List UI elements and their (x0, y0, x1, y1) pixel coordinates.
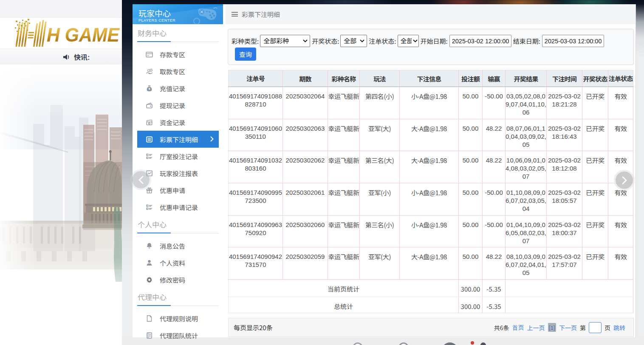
lottery-type-select-wrap: 全部彩种 (260, 35, 310, 47)
hamburger-icon[interactable] (232, 12, 238, 17)
person-icon (146, 259, 153, 266)
column-header: 投注额 (459, 70, 483, 87)
sidebar-item-label: 存款专区 (160, 50, 185, 59)
menu-section-divider (137, 42, 219, 42)
sidebar-item-厅室投注记录[interactable]: 厅室投注记录 (133, 148, 223, 165)
table-cell: 大-A盘@1.98 (400, 151, 459, 183)
money-bag-icon: ¥ (146, 85, 153, 92)
news-ticker-bar: 快讯: (0, 49, 122, 65)
table-cell: 401569174090963750920 (229, 215, 283, 247)
table-row: 40156917409108882871020250302064幸运飞艇新第四名… (229, 87, 633, 119)
table-cell: 已开奖 (582, 247, 608, 280)
end-date-input[interactable] (542, 35, 604, 47)
sidebar-item-个人资料[interactable]: 个人资料 (133, 254, 223, 271)
table-cell: 2025-03-02 18:12:08 (547, 151, 582, 183)
sidebar-item-彩票下注明细[interactable]: 彩票下注明细 (137, 131, 219, 148)
column-header: 玩法 (360, 70, 400, 87)
table-cell: 401569174090995723500 (229, 183, 283, 216)
filter-panel: 彩种类型: 全部彩种 开奖状态: 全部 注单状态: 全部 开始日期: 结束日期: (228, 29, 634, 65)
table-cell: -50.00 (483, 87, 506, 119)
table-cell: 幸运飞艇新 (328, 215, 360, 247)
table-cell: 401569174091060350110 (229, 119, 283, 151)
table-cell: 大-A盘@1.98 (400, 247, 459, 280)
content-toolbar: 彩票下注明细 (226, 4, 636, 24)
brand-logo[interactable]: H GAME (0, 18, 122, 49)
sidebar-item-label: 厅室投注记录 (160, 152, 198, 161)
table-header: 注单号期数彩种名称玩法下注信息投注额输赢开奖结果下注时间开奖状态注单状态 (229, 70, 633, 87)
sidebar-item-修改密码[interactable]: 修改密码 (133, 271, 223, 288)
prev-page-link[interactable]: 上一页 (527, 323, 545, 332)
order-status-select-wrap: 全部 (398, 35, 419, 47)
column-header: 下注时间 (547, 70, 582, 87)
gear-icon (146, 276, 153, 283)
chevron-left-icon (138, 176, 144, 184)
table-cell: 小-A盘@1.98 (400, 215, 459, 247)
next-page-link[interactable]: 下一页 (559, 323, 577, 332)
site-left-panel: H GAME 快讯: (0, 0, 122, 345)
sidebar-item-label: 彩票下注明细 (160, 135, 198, 144)
sidebar: 玩家中心 PLAYERS CENTER 财务中心存款专区取款专区¥充值记录提现记… (133, 4, 223, 337)
column-header: 注单号 (229, 70, 283, 87)
player-center-wrapper: 玩家中心 PLAYERS CENTER 财务中心存款专区取款专区¥充值记录提现记… (133, 4, 636, 337)
page-background-left-strip (122, 0, 133, 276)
sidebar-item-取款专区[interactable]: 取款专区 (133, 63, 223, 80)
summary-label: 总统计 (229, 297, 459, 313)
carousel-next-button[interactable] (616, 171, 633, 189)
sidebar-item-充值记录[interactable]: ¥充值记录 (133, 80, 223, 97)
summary-empty (506, 297, 633, 313)
footer-logo-dark-dot (480, 342, 486, 345)
search-button[interactable]: 查询 (235, 48, 256, 61)
order-status-select[interactable]: 全部 (398, 35, 419, 47)
summary-win-loss: -5.35 (483, 280, 506, 297)
table-cell: 第三名(小) (360, 215, 400, 247)
jump-page-input[interactable] (589, 322, 602, 333)
summary-bet-total: 300.00 (459, 280, 483, 297)
menu-section-title: 个人中心 (133, 220, 223, 229)
first-page-link[interactable]: 首页 (512, 323, 524, 332)
sidebar-title: 玩家中心 (138, 8, 223, 17)
sidebar-header: 玩家中心 PLAYERS CENTER (133, 4, 223, 24)
sidebar-item-资金记录[interactable]: 资金记录 (133, 114, 223, 131)
sidebar-item-消息公告[interactable]: 消息公告 (133, 237, 223, 254)
draw-status-select[interactable]: 全部 (340, 35, 367, 47)
table-cell: 有效 (608, 119, 633, 151)
table-row: 40156917409096375092020250302060幸运飞艇新第三名… (229, 215, 633, 247)
sidebar-item-label: 个人资料 (160, 258, 185, 267)
table-row: 40156917409103280316020250302062幸运飞艇新第三名… (229, 151, 633, 183)
table-cell: 01,10,08,09,06,07,02,03,05,04 (506, 183, 547, 216)
sidebar-item-代理团队统计[interactable]: 代理团队统计 (133, 327, 223, 344)
table-cell: 10,06,09,01,04,08,03,02,05,07 (506, 151, 547, 183)
chevron-right-icon (621, 176, 627, 185)
table-cell: 幸运飞艇新 (328, 87, 360, 119)
sidebar-item-存款专区[interactable]: 存款专区 (133, 46, 223, 63)
table-header-row: 注单号期数彩种名称玩法下注信息投注额输赢开奖结果下注时间开奖状态注单状态 (229, 70, 633, 87)
chevron-right-icon (210, 136, 214, 142)
table-cell: 小-A盘@1.98 (400, 183, 459, 216)
sidebar-item-优惠申请记录[interactable]: 优惠申请记录 (133, 199, 223, 216)
sidebar-item-label: 优惠申请记录 (160, 203, 198, 212)
carousel-prev-button[interactable] (132, 171, 150, 188)
summary-bet-total: 300.00 (459, 297, 483, 313)
total-count-text: 共6条 (494, 323, 509, 332)
sidebar-item-代理规则说明[interactable]: 代理规则说明 (133, 310, 223, 327)
table-cell: 有效 (608, 247, 633, 280)
sidebar-item-提现记录[interactable]: 提现记录 (133, 97, 223, 114)
table-cell: 48.22 (483, 151, 506, 183)
table-cell: 幸运飞艇新 (328, 183, 360, 216)
table-cell: 50.00 (459, 151, 483, 183)
ledger-icon (146, 332, 153, 339)
jump-suffix-text: 页 (604, 323, 610, 332)
lottery-type-select[interactable]: 全部彩种 (260, 35, 310, 47)
main-content: 彩票下注明细 彩种类型: 全部彩种 开奖状态: 全部 注单状态: 全部 (226, 4, 636, 337)
table-cell: 有效 (608, 215, 633, 247)
end-date-label: 结束日期: (513, 36, 540, 45)
jump-link[interactable]: 跳转 (613, 323, 625, 332)
column-header: 开奖状态 (582, 70, 608, 87)
summary-row: 当前页统计300.00-5.35 (229, 280, 633, 297)
sidebar-item-label: 消息公告 (160, 241, 185, 250)
table-cell: -50.00 (483, 215, 506, 247)
sidebar-item-label: 代理规则说明 (160, 314, 198, 323)
summary-label: 当前页统计 (229, 280, 459, 297)
start-date-input[interactable] (449, 35, 511, 47)
table-cell: 幸运飞艇新 (328, 151, 360, 183)
